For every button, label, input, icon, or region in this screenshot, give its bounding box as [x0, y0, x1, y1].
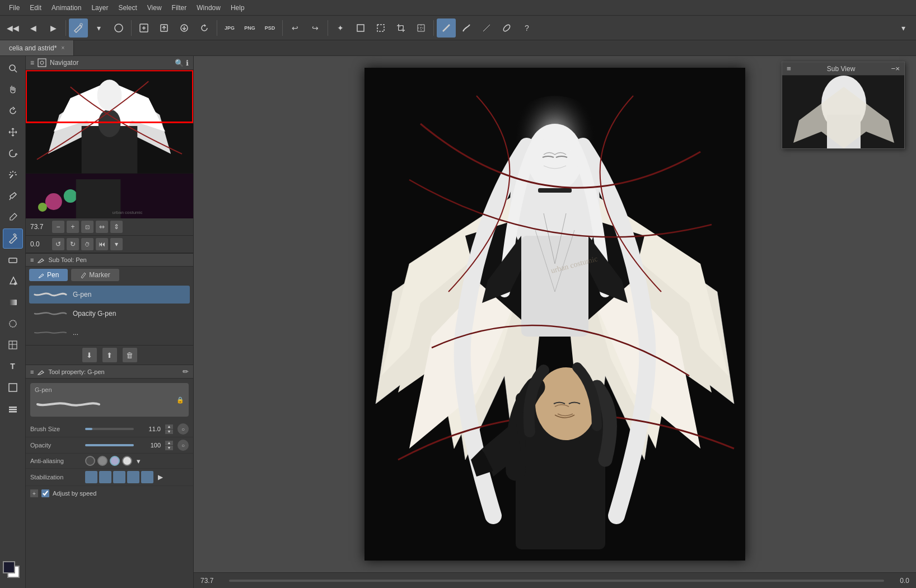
toolbar-pen-line2-btn[interactable] — [457, 18, 476, 38]
nav-redo-rot-btn[interactable]: ↻ — [67, 238, 79, 250]
prop-opacity-slider[interactable] — [85, 444, 134, 446]
adjust-checkbox[interactable] — [41, 489, 49, 497]
tool-zoom[interactable] — [3, 58, 23, 78]
menu-animation[interactable]: Animation — [47, 2, 86, 13]
nav-fit-btn[interactable]: ⊡ — [81, 221, 94, 233]
nav-reset-btn[interactable]: ↺ — [52, 238, 64, 250]
prop-brush-size-down[interactable]: ▼ — [165, 430, 173, 434]
adjust-expand-btn[interactable]: + — [30, 489, 38, 497]
tool-lasso[interactable] — [3, 143, 23, 164]
prop-brush-size-up[interactable]: ▲ — [165, 424, 173, 429]
tool-magic-wand[interactable] — [3, 165, 23, 185]
toolbar-expand-btn[interactable]: ▾ — [894, 18, 913, 38]
toolprop-menu-icon[interactable]: ≡ — [30, 368, 34, 375]
tool-grid[interactable] — [3, 335, 23, 355]
tool-blur[interactable] — [3, 314, 23, 334]
subtool-menu-icon[interactable]: ≡ — [30, 256, 34, 263]
toolbar-next-btn[interactable]: ▶ — [44, 18, 63, 38]
navigator-menu-icon[interactable]: ≡ — [30, 59, 34, 67]
navigator-search-btn[interactable]: 🔍 — [175, 59, 184, 67]
prop-opacity-circle[interactable]: ○ — [177, 440, 189, 451]
tool-rotate-canvas[interactable] — [3, 101, 23, 121]
toolbar-redo-btn[interactable]: ↪ — [306, 18, 325, 38]
prop-opacity-up[interactable]: ▲ — [165, 441, 173, 445]
toolbar-png-btn[interactable]: PNG — [240, 18, 259, 38]
toolbar-pen-thin-btn[interactable] — [477, 18, 496, 38]
tool-pen[interactable] — [3, 228, 23, 249]
subtool-tab-pen[interactable]: Pen — [29, 269, 68, 281]
menu-edit[interactable]: Edit — [25, 2, 46, 13]
toolbar-warp-btn[interactable] — [412, 18, 431, 38]
tab-close-btn[interactable]: × — [61, 45, 64, 51]
brush-item-other[interactable]: ... — [29, 324, 190, 342]
status-slider[interactable] — [229, 580, 884, 582]
menu-filter[interactable]: Filter — [167, 2, 191, 13]
brush-item-opacity-gpen[interactable]: Opacity G-pen — [29, 305, 190, 323]
toolbar-crop-btn[interactable] — [391, 18, 410, 38]
menu-layer[interactable]: Layer — [87, 2, 113, 13]
toolbar-prev-btn[interactable]: ◀ — [24, 18, 43, 38]
menu-file[interactable]: File — [4, 2, 24, 13]
brush-export-btn[interactable]: ⬆ — [102, 348, 117, 362]
menu-window[interactable]: Window — [192, 2, 225, 13]
sub-view-menu-btn[interactable]: ≡ — [787, 64, 791, 73]
sub-view-min-btn[interactable]: − — [891, 64, 895, 73]
toolbar-help-btn[interactable]: ? — [517, 18, 536, 38]
stab-opt-1[interactable] — [85, 471, 97, 483]
toolbar-vector-btn[interactable] — [109, 18, 128, 38]
stab-opt-4[interactable] — [127, 471, 139, 483]
toolbar-rotate-btn[interactable] — [195, 18, 214, 38]
toolbar-pen-line-btn[interactable] — [437, 18, 456, 38]
aa-dot-none[interactable] — [85, 456, 95, 466]
stab-opt-3[interactable] — [113, 471, 125, 483]
tool-eyedropper[interactable] — [3, 186, 23, 206]
tool-frame[interactable] — [3, 377, 23, 398]
toolbar-export-btn[interactable] — [155, 18, 174, 38]
brush-item-gpen[interactable]: G-pen — [29, 286, 190, 304]
subtool-tab-marker[interactable]: Marker — [71, 269, 119, 281]
aa-dot-weak[interactable] — [97, 456, 108, 466]
sub-view-close-btn[interactable]: × — [895, 64, 900, 73]
navigator-preview-top[interactable] — [26, 70, 193, 174]
nav-more-btn[interactable]: ▾ — [110, 238, 123, 250]
toolbar-jpg-btn[interactable]: JPG — [220, 18, 239, 38]
tool-eyedropper2[interactable] — [3, 207, 23, 227]
menu-select[interactable]: Select — [114, 2, 141, 13]
nav-flip-h-btn[interactable]: ⇔ — [96, 221, 108, 233]
nav-time-btn[interactable]: ⏱ — [81, 238, 94, 250]
canvas-area[interactable]: urban costumic ≡ Sub View − × — [194, 56, 916, 588]
stab-expand-btn[interactable]: ▶ — [158, 473, 163, 481]
aa-expand-btn[interactable]: ▾ — [137, 457, 141, 465]
aa-dot-strong[interactable] — [122, 456, 132, 466]
stab-opt-5[interactable] — [141, 471, 153, 483]
toolbar-rewind-btn[interactable]: ◀◀ — [3, 18, 22, 38]
prop-opacity-down[interactable]: ▼ — [165, 446, 173, 450]
toolbar-brush-dropdown-btn[interactable]: ▾ — [89, 18, 108, 38]
toolprop-edit-btn[interactable]: ✏ — [183, 367, 189, 376]
brush-delete-btn[interactable]: 🗑 — [123, 348, 137, 362]
toolbar-sparkle-btn[interactable]: ✦ — [331, 18, 350, 38]
tool-fill[interactable] — [3, 271, 23, 291]
toolbar-psd-btn[interactable]: PSD — [260, 18, 279, 38]
tool-hand[interactable] — [3, 80, 23, 100]
nav-flip-v-btn[interactable]: ⇕ — [110, 221, 123, 233]
toolbar-undo-btn[interactable]: ↩ — [286, 18, 305, 38]
color-primary[interactable] — [3, 561, 15, 573]
toolbar-move-layer-btn[interactable] — [134, 18, 153, 38]
navigator-preview-bottom[interactable]: urban costumic — [26, 174, 193, 218]
menu-help[interactable]: Help — [226, 2, 249, 13]
brush-add-btn[interactable]: ⬇ — [82, 348, 97, 362]
tool-gradient[interactable] — [3, 292, 23, 312]
toolbar-select1-btn[interactable] — [351, 18, 370, 38]
tool-move[interactable] — [3, 122, 23, 142]
canvas[interactable]: urban costumic — [364, 68, 745, 561]
prop-brush-size-slider[interactable] — [85, 428, 134, 430]
aa-dot-medium[interactable] — [110, 456, 120, 466]
toolbar-pen3-btn[interactable] — [497, 18, 516, 38]
stab-opt-2[interactable] — [99, 471, 111, 483]
toolbar-import-btn[interactable] — [175, 18, 194, 38]
nav-zoom-minus-btn[interactable]: − — [52, 221, 64, 233]
navigator-info-btn[interactable]: ℹ — [186, 59, 189, 67]
nav-prev-frame-btn[interactable]: ⏮ — [96, 238, 108, 250]
menu-view[interactable]: View — [143, 2, 166, 13]
